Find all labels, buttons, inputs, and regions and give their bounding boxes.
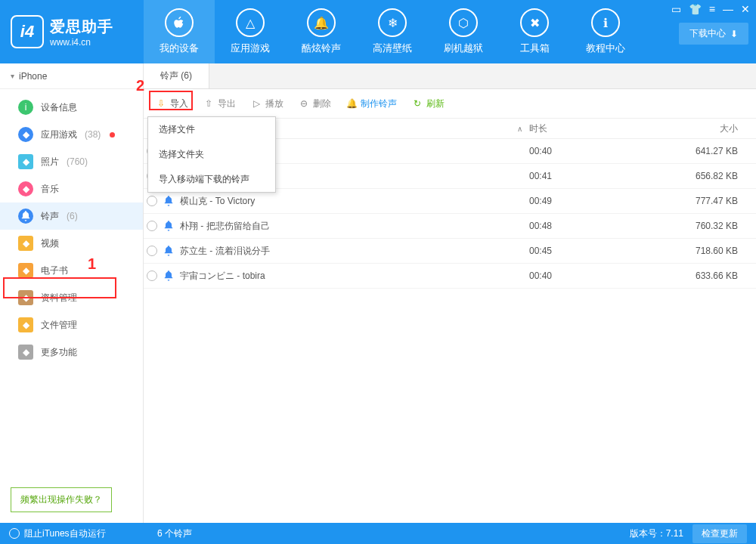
- brand-site: www.i4.cn: [50, 37, 113, 48]
- tab-ringtones[interactable]: 铃声 (6): [144, 63, 209, 88]
- chevron-down-icon: ▾: [11, 72, 14, 80]
- table-row[interactable]: 朴翔 - 把悲伤留给自己00:48760.32 KB: [144, 214, 756, 239]
- nav-5[interactable]: ✖工具箱: [499, 0, 570, 63]
- data-icon: ◆: [18, 290, 33, 305]
- more-icon: ◆: [18, 345, 33, 360]
- play-label: 播放: [265, 97, 284, 110]
- nav-4[interactable]: ⬡刷机越狱: [428, 0, 499, 63]
- nav-2[interactable]: 🔔酷炫铃声: [286, 0, 357, 63]
- sidebar-item-info[interactable]: i设备信息: [0, 94, 143, 121]
- download-icon: ⬇: [730, 29, 738, 39]
- minimize-icon[interactable]: —: [723, 3, 733, 15]
- download-center-label: 下载中心: [689, 27, 726, 40]
- app-header: i4 爱思助手 www.i4.cn 我的设备△应用游戏🔔酷炫铃声❄高清壁纸⬡刷机…: [0, 0, 756, 63]
- row-duration: 00:45: [529, 246, 680, 256]
- import-button[interactable]: ⇩ 导入: [156, 97, 188, 110]
- bell-icon: [160, 218, 177, 234]
- delete-button[interactable]: ⊖ 删除: [299, 97, 331, 110]
- nav-icon: 🔔: [307, 8, 336, 37]
- bell-icon: [160, 267, 177, 284]
- sidebar-item-music[interactable]: ◆音乐: [0, 175, 143, 202]
- nav-icon: ❄: [378, 8, 407, 37]
- row-name: 横山克 - To Victory: [177, 195, 529, 208]
- row-radio[interactable]: [147, 196, 157, 206]
- sidebar-item-book[interactable]: ◆电子书: [0, 257, 143, 284]
- nav-6[interactable]: ℹ教程中心: [570, 0, 641, 63]
- refresh-label: 刷新: [426, 97, 445, 110]
- nav-0[interactable]: 我的设备: [144, 0, 215, 63]
- row-duration: 00:40: [529, 270, 680, 281]
- row-radio[interactable]: [147, 221, 157, 231]
- nav-icon: ✖: [520, 8, 549, 37]
- file-icon: ◆: [18, 317, 33, 332]
- dropdown-select-file[interactable]: 选择文件: [148, 117, 275, 142]
- close-icon[interactable]: ✕: [741, 3, 750, 15]
- nav-3[interactable]: ❄高清壁纸: [357, 0, 428, 63]
- feedback-icon[interactable]: ▭: [671, 3, 681, 15]
- brand-name: 爱思助手: [50, 17, 113, 37]
- row-radio[interactable]: [147, 270, 157, 281]
- row-duration: 00:49: [529, 196, 680, 206]
- row-name: 宇宙コンビニ - tobira: [177, 270, 529, 283]
- logo-icon: i4: [11, 15, 44, 48]
- info-icon: i: [18, 100, 33, 115]
- export-icon: ⇧: [203, 98, 214, 109]
- table-row[interactable]: 宇宙コンビニ - tobira00:40633.66 KB: [144, 264, 756, 289]
- bell-plus-icon: 🔔: [346, 98, 357, 109]
- table-row[interactable]: 苏立生 - 流着泪说分手00:45718.60 KB: [144, 239, 756, 264]
- import-label: 导入: [170, 97, 188, 110]
- tab-bar: 铃声 (6): [144, 63, 756, 89]
- sidebar-item-photo[interactable]: ◆照片(760): [0, 148, 143, 175]
- play-icon: ▷: [251, 98, 262, 109]
- top-nav: 我的设备△应用游戏🔔酷炫铃声❄高清壁纸⬡刷机越狱✖工具箱ℹ教程中心: [144, 0, 641, 63]
- version-info: 版本号：7.11: [630, 527, 683, 540]
- sidebar-item-count: (6): [67, 211, 78, 221]
- column-duration[interactable]: 时长: [529, 122, 680, 135]
- sidebar-item-data[interactable]: ◆资料管理: [0, 284, 143, 311]
- nav-label: 酷炫铃声: [302, 42, 341, 55]
- menu-icon[interactable]: ≡: [709, 3, 715, 15]
- play-button[interactable]: ▷ 播放: [251, 97, 284, 110]
- itunes-block-toggle[interactable]: 阻止iTunes自动运行: [9, 527, 106, 540]
- row-size: 656.82 KB: [680, 171, 756, 181]
- sidebar-item-more[interactable]: ◆更多功能: [0, 338, 143, 366]
- delete-icon: ⊖: [299, 98, 309, 109]
- nav-1[interactable]: △应用游戏: [215, 0, 286, 63]
- sidebar-item-file[interactable]: ◆文件管理: [0, 311, 143, 338]
- skin-icon[interactable]: 👕: [689, 3, 702, 15]
- sidebar-item-app[interactable]: ◆应用游戏(38): [0, 121, 143, 148]
- status-count: 6 个铃声: [157, 527, 192, 540]
- column-size[interactable]: 大小: [680, 122, 756, 135]
- sidebar-item-count: (38): [85, 129, 101, 140]
- nav-label: 教程中心: [586, 42, 625, 55]
- export-button[interactable]: ⇧ 导出: [203, 97, 236, 110]
- dropdown-select-folder[interactable]: 选择文件夹: [148, 142, 275, 167]
- status-bar: 阻止iTunes自动运行 6 个铃声 版本号：7.11 检查更新: [0, 523, 756, 544]
- bell-icon: [160, 193, 177, 209]
- nav-icon: △: [236, 8, 265, 37]
- itunes-label: 阻止iTunes自动运行: [24, 527, 106, 540]
- check-update-button[interactable]: 检查更新: [692, 524, 747, 543]
- nav-label: 高清壁纸: [373, 42, 412, 55]
- row-name: 朴翔 - 把悲伤留给自己: [177, 220, 529, 233]
- sidebar-item-video[interactable]: ◆视频: [0, 230, 143, 257]
- sidebar-item-label: 铃声: [41, 210, 59, 223]
- faq-button[interactable]: 频繁出现操作失败？: [11, 487, 112, 512]
- make-ringtone-button[interactable]: 🔔 制作铃声: [346, 97, 397, 110]
- app-icon: ◆: [18, 127, 33, 142]
- window-controls: ▭ 👕 ≡ — ✕: [671, 3, 750, 15]
- dropdown-import-mobile[interactable]: 导入移动端下载的铃声: [148, 167, 275, 192]
- sidebar-item-bell[interactable]: 铃声(6): [0, 202, 143, 230]
- export-label: 导出: [218, 97, 236, 110]
- nav-icon: [165, 8, 194, 37]
- row-radio[interactable]: [147, 246, 157, 256]
- device-header[interactable]: ▾ iPhone: [0, 63, 143, 89]
- bell-icon: [160, 243, 177, 259]
- download-center-button[interactable]: 下载中心 ⬇: [679, 23, 748, 45]
- sidebar-item-label: 应用游戏: [41, 128, 77, 141]
- refresh-button[interactable]: ↻ 刷新: [412, 97, 445, 110]
- bell-icon: [18, 209, 33, 224]
- sidebar-item-label: 资料管理: [41, 292, 77, 304]
- row-size: 633.66 KB: [680, 270, 756, 281]
- sidebar-item-label: 电子书: [41, 264, 68, 277]
